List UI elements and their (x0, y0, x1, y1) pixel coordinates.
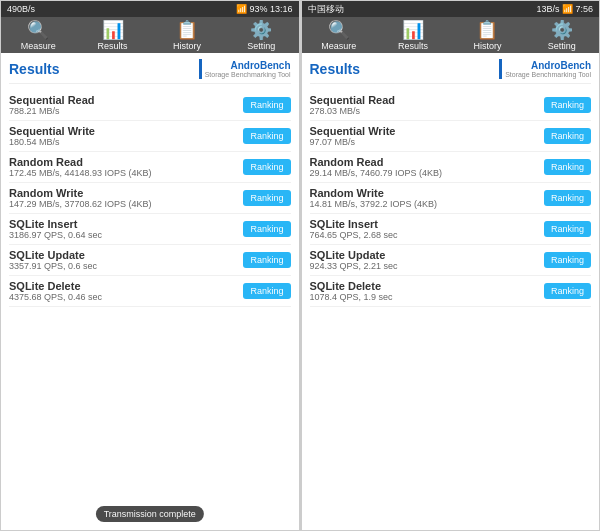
ranking-button[interactable]: Ranking (544, 221, 591, 237)
setting-icon: ⚙️ (250, 21, 272, 39)
ranking-button[interactable]: Ranking (544, 128, 591, 144)
result-info: Random Write 14.81 MB/s, 3792.2 IOPS (4K… (310, 187, 538, 209)
right-time: 7:56 (575, 4, 593, 14)
table-row: Random Read 172.45 MB/s, 44148.93 IOPS (… (9, 152, 291, 183)
ranking-button[interactable]: Ranking (243, 128, 290, 144)
result-info: Random Write 147.29 MB/s, 37708.62 IOPS … (9, 187, 237, 209)
table-row: SQLite Update 3357.91 QPS, 0.6 sec Ranki… (9, 245, 291, 276)
right-brand-name: AndroBench (531, 60, 591, 71)
table-row: Random Write 147.29 MB/s, 37708.62 IOPS … (9, 183, 291, 214)
result-info: Sequential Write 97.07 MB/s (310, 125, 538, 147)
results-icon-r: 📊 (402, 21, 424, 39)
ranking-button[interactable]: Ranking (544, 190, 591, 206)
right-nav-results[interactable]: 📊 Results (376, 21, 450, 51)
result-info: SQLite Insert 764.65 QPS, 2.68 sec (310, 218, 538, 240)
left-signal-icon: 📶 (236, 4, 247, 14)
table-row: SQLite Delete 1078.4 QPS, 1.9 sec Rankin… (310, 276, 592, 307)
ranking-button[interactable]: Ranking (544, 283, 591, 299)
right-signal-icon: 📶 (562, 4, 573, 14)
ranking-button[interactable]: Ranking (544, 252, 591, 268)
measure-icon: 🔍 (27, 21, 49, 39)
table-row: Sequential Write 180.54 MB/s Ranking (9, 121, 291, 152)
right-brand-header: Results AndroBench Storage Benchmarking … (310, 59, 592, 84)
left-results-title: Results (9, 61, 60, 77)
history-icon-r: 📋 (476, 21, 498, 39)
table-row: Sequential Read 278.03 MB/s Ranking (310, 90, 592, 121)
ranking-button[interactable]: Ranking (544, 97, 591, 113)
right-nav-measure[interactable]: 🔍 Measure (302, 21, 376, 51)
left-nav-measure[interactable]: 🔍 Measure (1, 21, 75, 51)
right-status-bar: 中国移动 13B/s 📶 7:56 (302, 1, 600, 17)
ranking-button[interactable]: Ranking (243, 190, 290, 206)
table-row: Random Write 14.81 MB/s, 3792.2 IOPS (4K… (310, 183, 592, 214)
setting-icon-r: ⚙️ (551, 21, 573, 39)
left-brand-bar (199, 59, 202, 79)
right-nav-setting[interactable]: ⚙️ Setting (525, 21, 599, 51)
left-status-bar: 490B/s 📶 93% 13:16 (1, 1, 299, 17)
right-brand-bar (499, 59, 502, 79)
ranking-button[interactable]: Ranking (544, 159, 591, 175)
right-nav-bar: 🔍 Measure 📊 Results 📋 History ⚙️ Setting (302, 17, 600, 53)
left-phone-panel: 490B/s 📶 93% 13:16 🔍 Measure 📊 Results 📋… (0, 0, 300, 531)
left-brand-header: Results AndroBench Storage Benchmarking … (9, 59, 291, 84)
left-time: 13:16 (270, 4, 293, 14)
left-brand-name: AndroBench (230, 60, 290, 71)
result-info: Random Read 172.45 MB/s, 44148.93 IOPS (… (9, 156, 237, 178)
result-info: SQLite Insert 3186.97 QPS, 0.64 sec (9, 218, 237, 240)
ranking-button[interactable]: Ranking (243, 252, 290, 268)
left-nav-bar: 🔍 Measure 📊 Results 📋 History ⚙️ Setting (1, 17, 299, 53)
left-nav-setting[interactable]: ⚙️ Setting (224, 21, 298, 51)
result-info: SQLite Delete 1078.4 QPS, 1.9 sec (310, 280, 538, 302)
result-info: Sequential Read 788.21 MB/s (9, 94, 237, 116)
result-info: Sequential Read 278.03 MB/s (310, 94, 538, 116)
right-status-right: 13B/s 📶 7:56 (536, 4, 593, 14)
right-right-info: 13B/s (536, 4, 559, 14)
result-info: Random Read 29.14 MB/s, 7460.79 IOPS (4K… (310, 156, 538, 178)
right-status-left: 中国移动 (308, 3, 344, 16)
table-row: SQLite Insert 3186.97 QPS, 0.64 sec Rank… (9, 214, 291, 245)
left-brand-logo: AndroBench Storage Benchmarking Tool (205, 60, 291, 78)
left-brand-sub: Storage Benchmarking Tool (205, 71, 291, 78)
left-status-right: 📶 93% 13:16 (236, 4, 293, 14)
table-row: SQLite Delete 4375.68 QPS, 0.46 sec Rank… (9, 276, 291, 307)
right-nav-history[interactable]: 📋 History (450, 21, 524, 51)
ranking-button[interactable]: Ranking (243, 97, 290, 113)
left-status-left: 490B/s (7, 4, 35, 14)
table-row: Sequential Write 97.07 MB/s Ranking (310, 121, 592, 152)
ranking-button[interactable]: Ranking (243, 283, 290, 299)
right-brand-sub: Storage Benchmarking Tool (505, 71, 591, 78)
toast-message: Transmission complete (96, 506, 204, 522)
table-row: Random Read 29.14 MB/s, 7460.79 IOPS (4K… (310, 152, 592, 183)
result-info: Sequential Write 180.54 MB/s (9, 125, 237, 147)
left-nav-results[interactable]: 📊 Results (75, 21, 149, 51)
ranking-button[interactable]: Ranking (243, 159, 290, 175)
right-brand-right: AndroBench Storage Benchmarking Tool (499, 59, 591, 79)
table-row: Sequential Read 788.21 MB/s Ranking (9, 90, 291, 121)
left-brand-right: AndroBench Storage Benchmarking Tool (199, 59, 291, 79)
result-info: SQLite Update 924.33 QPS, 2.21 sec (310, 249, 538, 271)
left-content-area: Results AndroBench Storage Benchmarking … (1, 53, 299, 530)
right-brand-logo: AndroBench Storage Benchmarking Tool (505, 60, 591, 78)
results-icon: 📊 (102, 21, 124, 39)
result-info: SQLite Update 3357.91 QPS, 0.6 sec (9, 249, 237, 271)
table-row: SQLite Insert 764.65 QPS, 2.68 sec Ranki… (310, 214, 592, 245)
left-battery: 93% (249, 4, 267, 14)
left-nav-history[interactable]: 📋 History (150, 21, 224, 51)
history-icon: 📋 (176, 21, 198, 39)
ranking-button[interactable]: Ranking (243, 221, 290, 237)
right-results-title: Results (310, 61, 361, 77)
right-content-area: Results AndroBench Storage Benchmarking … (302, 53, 600, 530)
right-phone-panel: 中国移动 13B/s 📶 7:56 🔍 Measure 📊 Results 📋 … (301, 0, 601, 531)
measure-icon-r: 🔍 (328, 21, 350, 39)
table-row: SQLite Update 924.33 QPS, 2.21 sec Ranki… (310, 245, 592, 276)
result-info: SQLite Delete 4375.68 QPS, 0.46 sec (9, 280, 237, 302)
